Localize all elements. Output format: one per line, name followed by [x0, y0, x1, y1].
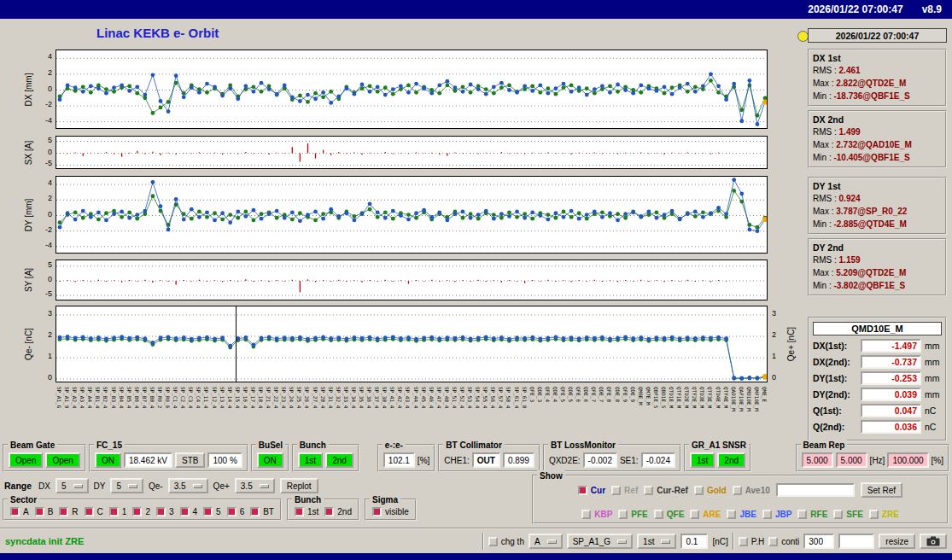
resize-button[interactable]: resize [879, 534, 915, 549]
plot-canvas-dx[interactable] [55, 50, 768, 129]
replot-button[interactable]: Replot [280, 478, 318, 493]
sector-1-checkbox[interactable]: 1 [109, 507, 127, 516]
show-pfe-checkbox[interactable]: PFE [618, 510, 647, 519]
show-qfe-checkbox[interactable]: QFE [654, 510, 685, 519]
conti-checkbox[interactable]: conti [768, 537, 799, 546]
tick-label: 0 [36, 210, 52, 219]
stat-key: Min : [813, 153, 833, 162]
sector-bt-checkbox[interactable]: BT [250, 507, 274, 516]
beam-gate-open-button-1[interactable]: Open [9, 452, 43, 468]
x-axis-label: SP_23_4 [281, 387, 287, 408]
checkbox-label: Gold [707, 486, 727, 495]
stat-key: Min : [813, 281, 833, 290]
stat-key: Min : [813, 219, 833, 229]
gr-a1-2nd-button[interactable]: 2nd [717, 452, 745, 468]
checkbox-box [324, 507, 334, 516]
x-axis-label: QTD4E_M [715, 387, 721, 408]
x-axis-label: SP_28_4 [320, 387, 326, 408]
y-axis-label-sy: SY [A] [24, 268, 33, 292]
sector-2-checkbox[interactable]: 2 [132, 507, 150, 516]
statusbar: syncdata init ZRE chg thASP_A1_G1st[nC]P… [0, 528, 952, 553]
bunch-select-2nd-checkbox[interactable]: 2nd [324, 507, 352, 516]
x-axis-label: QM6E_M [638, 387, 644, 405]
interval-field[interactable] [803, 534, 834, 549]
checkbox-label: Cur [591, 486, 605, 495]
threshold-value-field[interactable] [680, 534, 708, 549]
busel-on-button[interactable]: ON [257, 452, 283, 468]
x-axis-label: QTF4E_M [723, 387, 729, 408]
show-ref-checkbox[interactable]: Ref [611, 486, 638, 495]
checkbox-label: 3 [169, 507, 174, 516]
range-dx-select[interactable]: 5 [55, 478, 89, 493]
stat-value: -3.802@QBF1E_S [833, 281, 905, 290]
sector-5-checkbox[interactable]: 5 [203, 507, 221, 516]
sector-6-checkbox[interactable]: 6 [227, 507, 245, 516]
dropdown-glyph-icon [547, 540, 557, 544]
beam-rep-rate2-field: 5.000 [836, 452, 867, 468]
chg-th-checkbox[interactable]: chg th [488, 537, 524, 546]
x-axis-label: QFE_6 [575, 387, 581, 402]
plot-canvas-sy[interactable] [55, 260, 768, 300]
x-axis-label: SP_46_4 [429, 387, 435, 408]
plot-canvas-qe[interactable] [55, 306, 768, 382]
show-are-checkbox[interactable]: ARE [690, 510, 721, 519]
stat-key: RMS : [813, 255, 839, 265]
ph-checkbox[interactable]: P.H [739, 537, 764, 546]
sector-3-checkbox[interactable]: 3 [156, 507, 174, 516]
sector-a-checkbox[interactable]: A [10, 507, 29, 516]
show-ave10-checkbox[interactable]: Ave10 [733, 486, 770, 495]
bunch-1st-button[interactable]: 1st [298, 452, 323, 468]
show-cur-checkbox[interactable]: Cur [578, 486, 605, 495]
checkbox-label: 1st [307, 507, 318, 516]
set-ref-button[interactable]: Set Ref [861, 482, 902, 498]
gr-a1-snsr-group: GR_A1 SNSR1st2nd [684, 444, 751, 472]
bottom-bar [0, 553, 952, 560]
show-gold-checkbox[interactable]: Gold [694, 486, 727, 495]
sector-r-checkbox[interactable]: R [59, 507, 78, 516]
show-cur-ref-checkbox[interactable]: Cur-Ref [644, 486, 688, 495]
range-dy-select[interactable]: 5 [110, 478, 143, 493]
sigma-visible-checkbox[interactable]: visible [372, 507, 409, 516]
x-axis-label: QFE_5 [560, 387, 566, 402]
gr-a1-1st-button[interactable]: 1st [690, 452, 715, 468]
sector-c-checkbox[interactable]: C [85, 507, 103, 516]
show-sfe-checkbox[interactable]: SFE [833, 510, 862, 519]
tick-label: 0 [36, 373, 52, 382]
stat-panel-title: DX 1st [813, 52, 942, 64]
show-zre-checkbox[interactable]: ZRE [869, 510, 899, 519]
sector-4-checkbox[interactable]: 4 [180, 507, 198, 516]
beam-gate-open-button-2[interactable]: Open [45, 452, 79, 468]
x-axis-label: SP_36_4 [366, 387, 372, 408]
bunch-select-1st-checkbox[interactable]: 1st [295, 507, 318, 516]
plot-sy: SY [A]50-5 [0, 260, 806, 300]
tick-label: -5 [36, 289, 52, 298]
plot-canvas-dy[interactable] [55, 176, 768, 254]
aux-field[interactable] [838, 534, 874, 549]
show-jbp-checkbox[interactable]: JBP [762, 510, 791, 519]
fc15-voltage-field: 18.462 kV [124, 452, 172, 468]
bunch-2nd-button[interactable]: 2nd [325, 452, 353, 468]
fc15-on-button[interactable]: ON [95, 452, 121, 468]
dropdown-glyph-icon [193, 484, 202, 488]
probe-value: -0.737 [861, 355, 921, 369]
threshold-device-select[interactable]: SP_A1_G [567, 534, 633, 549]
show-kbp-checkbox[interactable]: KBP [581, 510, 612, 519]
tick-label-right: 3 [772, 309, 787, 318]
plot-canvas-sx[interactable] [55, 136, 768, 169]
x-axis-label: SP_25_4 [296, 387, 302, 408]
camera-button[interactable] [920, 534, 947, 549]
range-qe-minus-select[interactable]: 3.5 [168, 478, 208, 493]
show-rfe-checkbox[interactable]: RFE [797, 510, 827, 519]
stat-panel-title: DY 2nd [813, 242, 942, 254]
ref-name-input[interactable] [776, 483, 855, 497]
checkbox-box [59, 507, 68, 516]
range-qe-plus-select[interactable]: 3.5 [235, 478, 275, 493]
threshold-sector-select[interactable]: A [529, 534, 563, 549]
show-jbe-checkbox[interactable]: JBE [727, 510, 756, 519]
fc15-stb-button[interactable]: STB [175, 452, 205, 468]
probe-row: DY(1st):-0.253mm [813, 371, 942, 385]
sector-b-checkbox[interactable]: B [35, 507, 54, 516]
x-axis-label: SP_47_4 [436, 387, 442, 408]
threshold-bunch-select[interactable]: 1st [637, 534, 676, 549]
separator [733, 533, 734, 550]
